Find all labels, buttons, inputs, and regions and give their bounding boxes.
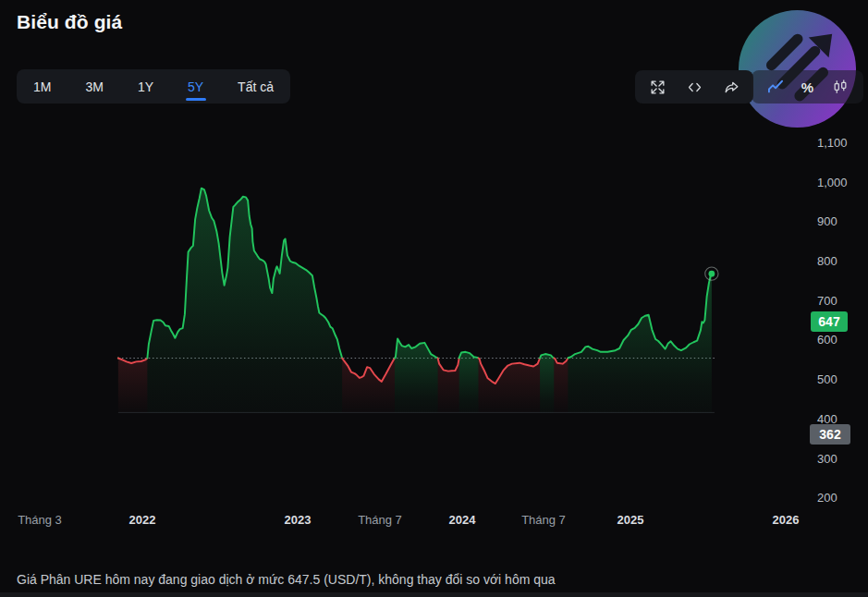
line-chart-icon [766,78,785,96]
x-axis-tick: Tháng 7 [521,513,566,527]
x-axis-tick: 2026 [773,513,800,527]
y-axis-tick: 500 [817,372,860,388]
y-axis-tick: 200 [817,490,860,506]
price-area-segment [147,189,342,413]
share-button[interactable] [720,76,742,98]
brand-logo [739,10,856,128]
price-area-segment [395,338,438,412]
fullscreen-icon [649,79,666,96]
line-chart-mode-button[interactable] [764,76,787,98]
percent-mode-button[interactable]: % [797,76,819,98]
fullscreen-button[interactable] [646,76,668,98]
price-area-segment [554,359,568,413]
candlestick-icon [831,78,850,96]
chart-toolbar [635,70,753,104]
previous-close-badge: 362 [810,424,850,445]
x-axis-tick: 2024 [449,513,476,527]
range-tab-1y[interactable]: 1Y [136,69,155,104]
x-axis-tick: 2025 [617,513,644,527]
price-summary: Giá Phân URE hôm nay đang giao dịch ở mứ… [17,572,556,587]
x-axis-tick: 2023 [285,513,312,527]
price-area-segment [540,354,554,412]
price-area-segment [118,359,148,413]
price-chart-canvas[interactable] [0,129,868,518]
last-point-dot [709,271,715,277]
x-axis-tick: Tháng 3 [18,513,62,527]
x-axis-tick: Tháng 7 [358,513,402,527]
y-axis-tick: 900 [817,213,860,230]
current-price-badge: 647 [811,311,848,332]
range-tab-1m[interactable]: 1M [31,69,53,104]
price-chart-widget: Biểu đồ giá 1M3M1Y5YTất cả [0,0,868,597]
price-area-segment [342,359,395,413]
embed-code-button[interactable] [683,76,705,98]
x-axis-tick: 2022 [129,513,156,527]
percent-icon: % [801,80,813,94]
candlestick-mode-button[interactable] [829,76,851,98]
page-title: Biểu đồ giá [17,11,122,33]
brand-logo-icon [739,10,856,128]
range-tab-3m[interactable]: 3M [83,69,104,104]
y-axis-tick: 300 [817,451,860,468]
range-tabs: 1M3M1Y5YTất cả [17,69,290,104]
section-divider [0,592,868,597]
y-axis-tick: 600 [817,332,860,348]
range-tab-all[interactable]: Tất cả [236,69,275,104]
share-icon [723,79,740,96]
embed-code-icon [686,79,703,96]
price-area-segment [459,352,479,413]
chart-mode-toolbar: % [752,70,863,104]
y-axis-tick: 1,100 [817,135,860,152]
y-axis-tick: 700 [817,293,860,310]
y-axis-tick: 800 [817,253,860,270]
y-axis-tick: 1,000 [817,175,860,191]
range-tab-5y[interactable]: 5Y [186,69,205,104]
